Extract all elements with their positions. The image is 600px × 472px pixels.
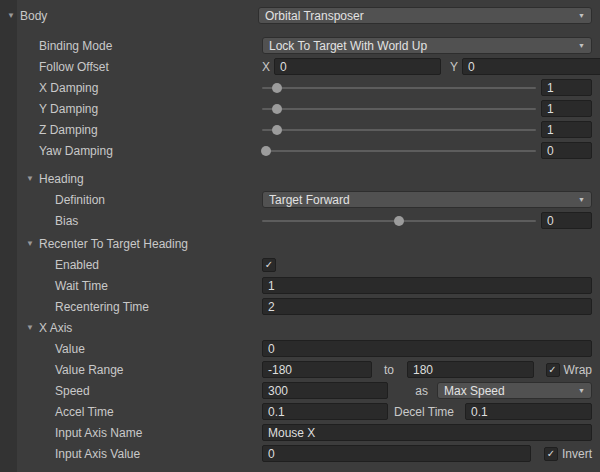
speed-mode-value: Max Speed [444,384,574,398]
wait-time-label: Wait Time [55,279,108,293]
heading-foldout[interactable]: ▼ Heading [0,172,258,186]
input-axis-name-field[interactable] [262,424,592,441]
check-icon: ✓ [265,260,273,270]
recentering-time-field[interactable] [262,298,592,315]
chevron-down-icon: ▼ [578,387,585,394]
wrap-label: Wrap [564,363,592,377]
accel-time-label: Accel Time [55,405,114,419]
foldout-open-icon[interactable]: ▼ [26,174,39,183]
yaw-damping-label: Yaw Damping [39,144,113,158]
body-type-value: Orbital Transposer [265,9,574,23]
enabled-label: Enabled [55,258,99,272]
row-y-damping: Y Damping [0,98,600,119]
enabled-checkbox[interactable]: ✓ [262,258,276,272]
x-damping-field[interactable] [541,79,592,96]
axis-y-label: Y [450,60,458,74]
wrap-checkbox[interactable]: ✓ [546,363,560,377]
binding-mode-label: Binding Mode [39,39,112,53]
y-damping-slider[interactable] [262,108,536,110]
x-damping-slider[interactable] [262,87,536,89]
row-x-axis-header: ▼ X Axis [0,317,600,338]
y-damping-field[interactable] [541,100,592,117]
follow-offset-y-field[interactable] [462,58,600,75]
y-damping-label: Y Damping [39,102,98,116]
foldout-open-icon[interactable]: ▼ [26,323,39,332]
row-recenter-enabled: Enabled ✓ [0,254,600,275]
row-recenter-header: ▼ Recenter To Target Heading [0,233,600,254]
binding-mode-value: Lock To Target With World Up [269,39,574,53]
recenter-foldout[interactable]: ▼ Recenter To Target Heading [0,237,258,251]
row-body: ▼ Body Orbital Transposer ▼ [0,5,600,26]
definition-label: Definition [55,193,105,207]
x-axis-foldout[interactable]: ▼ X Axis [0,321,258,335]
value-label: Value [55,342,85,356]
cinemachine-body-inspector: ▼ Body Orbital Transposer ▼ Binding Mode… [0,0,600,472]
bias-slider[interactable] [262,220,536,222]
follow-offset-label: Follow Offset [39,60,109,74]
x-axis-label: X Axis [39,321,72,335]
chevron-down-icon: ▼ [578,12,585,19]
x-damping-label: X Damping [39,81,98,95]
input-axis-name-label: Input Axis Name [55,426,142,440]
chevron-down-icon: ▼ [578,42,585,49]
body-type-dropdown[interactable]: Orbital Transposer ▼ [258,7,592,24]
row-axis-value: Value [0,338,600,359]
definition-dropdown[interactable]: Target Forward ▼ [262,191,592,208]
yaw-damping-slider[interactable] [262,150,536,152]
heading-label: Heading [39,172,84,186]
slider-handle[interactable] [394,216,404,226]
input-axis-value-label: Input Axis Value [55,447,140,461]
accel-time-field[interactable] [262,403,388,420]
row-input-axis-name: Input Axis Name [0,422,600,443]
axis-value-field[interactable] [262,340,592,357]
decel-time-field[interactable] [465,403,592,420]
value-range-label: Value Range [55,363,124,377]
slider-handle[interactable] [272,104,282,114]
definition-value: Target Forward [269,193,574,207]
invert-checkbox[interactable]: ✓ [544,447,558,461]
body-label: Body [20,9,47,23]
bias-field[interactable] [541,212,592,229]
speed-field[interactable] [262,382,388,399]
row-heading-bias: Bias [0,210,600,231]
yaw-damping-field[interactable] [541,142,592,159]
check-icon: ✓ [547,449,555,459]
z-damping-field[interactable] [541,121,592,138]
row-binding-mode: Binding Mode Lock To Target With World U… [0,35,600,56]
row-yaw-damping: Yaw Damping [0,140,600,161]
z-damping-slider[interactable] [262,129,536,131]
input-axis-value-field[interactable] [262,445,531,462]
row-accel-time: Accel Time Decel Time [0,401,600,422]
slider-handle[interactable] [261,146,271,156]
row-recentering-time: Recentering Time [0,296,600,317]
slider-handle[interactable] [272,125,282,135]
row-heading-definition: Definition Target Forward ▼ [0,189,600,210]
recenter-label: Recenter To Target Heading [39,237,188,251]
chevron-down-icon: ▼ [578,196,585,203]
row-x-damping: X Damping [0,77,600,98]
z-damping-label: Z Damping [39,123,98,137]
row-input-axis-value: Input Axis Value ✓ Invert [0,443,600,464]
foldout-open-icon[interactable]: ▼ [26,239,39,248]
check-icon: ✓ [548,365,556,375]
value-range-max-field[interactable] [407,361,534,378]
row-speed: Speed as Max Speed ▼ [0,380,600,401]
invert-label: Invert [562,447,592,461]
axis-x-label: X [262,60,270,74]
foldout-open-icon[interactable]: ▼ [7,11,20,20]
decel-time-label: Decel Time [394,405,454,419]
wait-time-field[interactable] [262,277,592,294]
body-foldout[interactable]: ▼ Body [0,9,258,23]
binding-mode-dropdown[interactable]: Lock To Target With World Up ▼ [262,37,592,54]
row-value-range: Value Range to ✓ Wrap [0,359,600,380]
recentering-time-label: Recentering Time [55,300,149,314]
as-label: as [415,384,428,398]
row-z-damping: Z Damping [0,119,600,140]
speed-mode-dropdown[interactable]: Max Speed ▼ [437,382,592,399]
value-range-min-field[interactable] [262,361,372,378]
row-follow-offset: Follow Offset X Y Z [0,56,600,77]
bias-label: Bias [55,214,78,228]
slider-handle[interactable] [272,83,282,93]
follow-offset-x-field[interactable] [274,58,441,75]
row-heading-header: ▼ Heading [0,168,600,189]
